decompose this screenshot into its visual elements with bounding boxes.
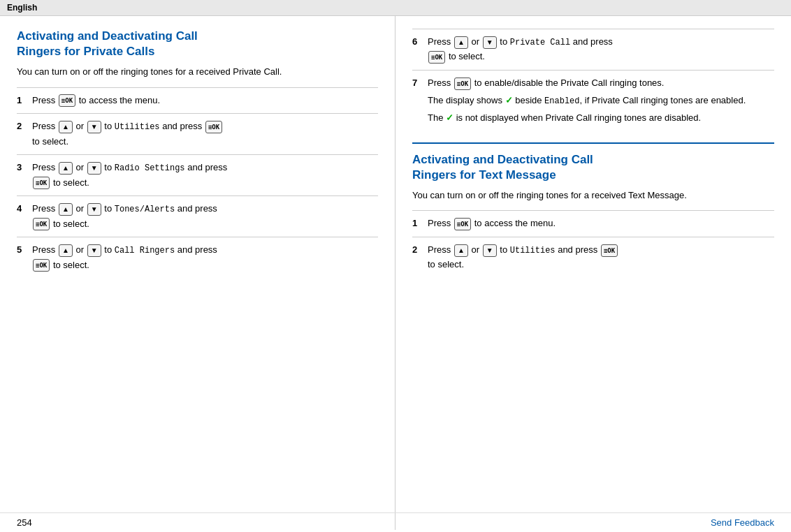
right2-step2-ok-btn: ≡OK (601, 244, 618, 257)
left-step-2: 2 Press ▲ or ▼ to Utilities and press ≡O… (17, 113, 378, 154)
page-number: 254 (17, 517, 32, 528)
right-column: 6 Press ▲ or ▼ to Private Call and press… (396, 16, 791, 530)
right2-step-1: 1 Press ≡OK to access the menu. (412, 210, 774, 237)
step4-arrow-down: ▼ (87, 203, 101, 216)
left-steps: 1 Press ≡OK to access the menu. 2 Press … (17, 87, 378, 279)
step6-arrow-up: ▲ (454, 36, 468, 49)
left-step-1: 1 Press ≡OK to access the menu. (17, 87, 378, 114)
right-step-6: 6 Press ▲ or ▼ to Private Call and press… (412, 29, 774, 70)
left-step-5: 5 Press ▲ or ▼ to Call Ringers and press… (17, 237, 378, 278)
left-section-desc: You can turn on or off the ringing tones… (17, 65, 378, 79)
left-column: Activating and Deactivating Call Ringers… (0, 16, 396, 530)
right-step-7: 7 Press ≡OK to enable/disable the Privat… (412, 70, 774, 131)
right2-step-2: 2 Press ▲ or ▼ to Utilities and press ≡O… (412, 237, 774, 278)
top-bar: English (0, 0, 791, 16)
send-feedback-link[interactable]: Send Feedback (711, 517, 774, 528)
step5-arrow-down: ▼ (87, 244, 101, 257)
left-step-3: 3 Press ▲ or ▼ to Radio Settings and pre… (17, 154, 378, 195)
step6-arrow-down: ▼ (483, 36, 497, 49)
left-section-title: Activating and Deactivating Call Ringers… (17, 29, 378, 59)
right-steps-section2: 1 Press ≡OK to access the menu. 2 Press … (412, 210, 774, 278)
step5-arrow-up: ▲ (59, 244, 73, 257)
step2-arrow-down: ▼ (87, 121, 101, 133)
step2-ok-btn: ≡OK (205, 121, 222, 133)
step6-ok-btn: ≡OK (428, 51, 445, 64)
right2-step1-ok-btn: ≡OK (454, 218, 471, 230)
right-section2-desc: You can turn on or off the ringing tones… (412, 189, 774, 202)
right-steps-section1: 6 Press ▲ or ▼ to Private Call and press… (412, 29, 774, 131)
step3-arrow-up: ▲ (59, 162, 73, 175)
step4-ok-btn: ≡OK (33, 218, 50, 230)
step2-arrow-up: ▲ (59, 121, 73, 133)
step5-ok-btn: ≡OK (33, 259, 50, 272)
language-label: English (7, 3, 37, 13)
right2-step2-arrow-down: ▼ (483, 244, 497, 257)
step3-ok-btn: ≡OK (33, 177, 50, 189)
right2-step2-arrow-up: ▲ (454, 244, 468, 257)
right-section2-title: Activating and Deactivating Call Ringers… (412, 152, 774, 183)
step3-arrow-down: ▼ (87, 162, 101, 175)
step1-press: Press (32, 95, 58, 105)
page-footer: 254 Send Feedback (0, 512, 791, 532)
step4-arrow-up: ▲ (59, 203, 73, 216)
left-step-4: 4 Press ▲ or ▼ to Tones/Alerts and press… (17, 195, 378, 237)
step1-ok-btn: ≡OK (59, 94, 75, 107)
step7-ok-btn: ≡OK (454, 77, 471, 90)
